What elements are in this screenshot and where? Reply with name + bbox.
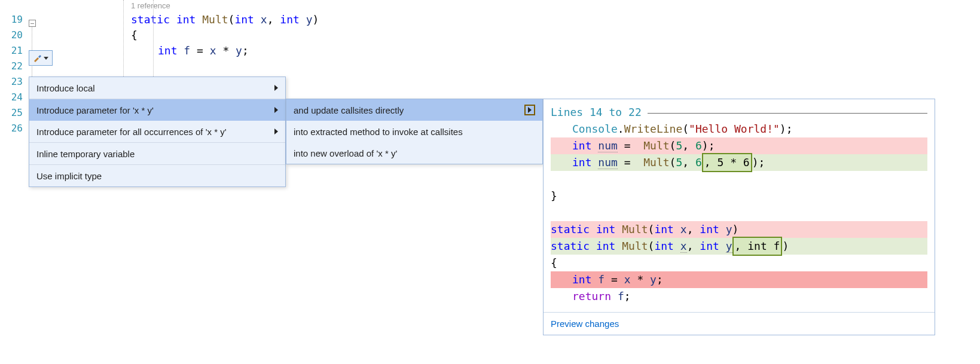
submenu-item-extracted-method[interactable]: into extracted method to invoke at calls… [286, 121, 542, 142]
menu-item-introduce-local[interactable]: Introduce local [29, 77, 285, 99]
preview-line-removed: int f = x * y; [551, 271, 927, 288]
line-number: 22 [0, 59, 23, 74]
line-number: 25 [0, 105, 23, 121]
preview-line-removed: static int Mult(int x, int y) [551, 221, 927, 238]
submenu-item-new-overload[interactable]: into new overload of 'x * y' [286, 142, 542, 164]
submenu-arrow-icon [274, 107, 278, 113]
preview-line: Console.WriteLine("Hello World!"); [551, 121, 927, 137]
preview-line-added: int num = Mult(5, 6, 5 * 6); [551, 154, 927, 171]
quick-actions-menu: Introduce local Introduce parameter for … [29, 77, 286, 187]
preview-line: } [551, 188, 927, 204]
preview-line-removed: int num = Mult(5, 6); [551, 137, 927, 154]
quick-actions-submenu: and update callsites directly into extra… [286, 99, 543, 164]
refactor-preview-panel: Lines 14 to 22 Console.WriteLine("Hello … [543, 99, 935, 335]
insert-highlight: , int f [732, 237, 783, 256]
preview-title: Lines 14 to 22 [551, 104, 927, 121]
codelens-references[interactable]: 1 reference [63, 0, 458, 12]
quick-actions-button[interactable] [29, 50, 53, 66]
preview-changes-link[interactable]: Preview changes [544, 312, 935, 335]
submenu-arrow-icon [274, 129, 278, 134]
preview-line: { [551, 255, 927, 271]
menu-item-introduce-parameter-all[interactable]: Introduce parameter for all occurrences … [29, 121, 285, 142]
screwdriver-icon [33, 53, 42, 64]
code-line-19: static int Mult(int x, int y) [63, 12, 458, 27]
line-number: 26 [0, 121, 23, 136]
code-line-21: int f = x * y; [63, 43, 458, 59]
submenu-item-update-callsites[interactable]: and update callsites directly [286, 99, 542, 121]
line-number: 20 [0, 27, 23, 43]
preview-line: return f; [551, 288, 927, 305]
submenu-arrow-boxed-icon [524, 105, 535, 115]
line-number-gutter: 19 20 21 22 23 24 25 26 [0, 0, 26, 136]
preview-blank [551, 204, 927, 221]
line-number: 19 [0, 12, 23, 27]
preview-body: Lines 14 to 22 Console.WriteLine("Hello … [544, 99, 935, 312]
preview-blank [551, 171, 927, 188]
insert-highlight: , 5 * 6 [702, 153, 752, 172]
menu-item-use-implicit-type[interactable]: Use implicit type [29, 165, 285, 186]
line-number: 24 [0, 90, 23, 105]
title-rule [648, 113, 927, 114]
menu-item-introduce-parameter[interactable]: Introduce parameter for 'x * y' [29, 99, 285, 121]
submenu-arrow-icon [274, 85, 278, 91]
line-number: 21 [0, 43, 23, 59]
menu-item-inline-temp[interactable]: Inline temporary variable [29, 143, 285, 164]
line-number: 23 [0, 74, 23, 90]
fold-toggle-icon[interactable] [29, 20, 36, 27]
dropdown-caret-icon [44, 57, 48, 60]
code-line-20: { [63, 27, 458, 43]
preview-line-added: static int Mult(int x, int y, int f) [551, 238, 927, 255]
